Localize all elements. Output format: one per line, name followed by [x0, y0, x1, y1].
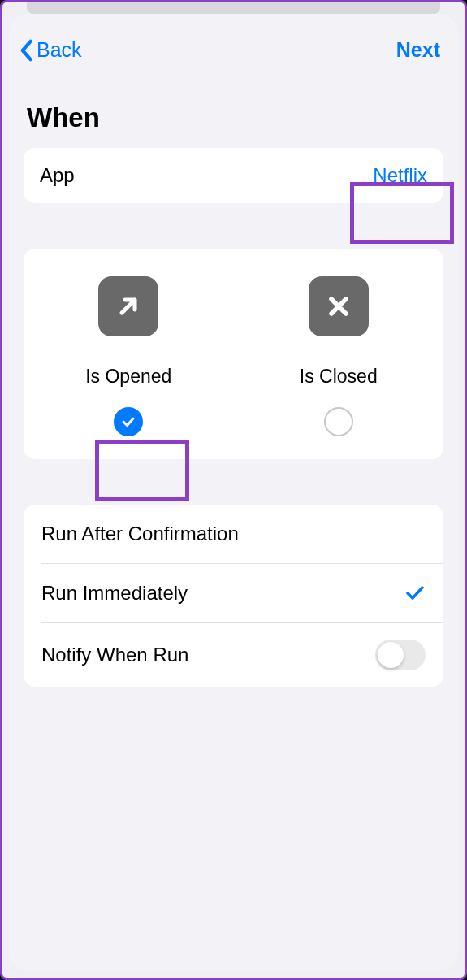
- run-after-confirmation-row[interactable]: Run After Confirmation: [24, 505, 443, 563]
- app-row[interactable]: App Netflix: [24, 148, 443, 203]
- close-x-icon: [309, 276, 369, 336]
- chevron-left-icon: [19, 39, 33, 62]
- navigation-bar: Back Next: [9, 14, 458, 78]
- option-closed-label: Is Closed: [300, 366, 378, 388]
- option-is-opened[interactable]: Is Opened: [24, 276, 234, 436]
- option-opened-label: Is Opened: [85, 366, 171, 388]
- checkmark-icon: [404, 583, 426, 604]
- run-immediately-row[interactable]: Run Immediately: [24, 564, 443, 622]
- trigger-options-card: Is Opened Is Closed: [24, 249, 443, 459]
- next-label: Next: [396, 38, 440, 61]
- notify-when-run-row: Notify When Run: [24, 623, 443, 687]
- app-row-value[interactable]: Netflix: [373, 164, 427, 187]
- run-after-confirmation-label: Run After Confirmation: [41, 523, 239, 545]
- radio-is-closed[interactable]: [324, 407, 353, 436]
- checkmark-icon: [120, 414, 136, 430]
- notify-toggle[interactable]: [375, 640, 426, 670]
- page-title: When: [9, 78, 458, 148]
- back-label: Back: [37, 38, 82, 62]
- next-button[interactable]: Next: [396, 38, 440, 62]
- back-button[interactable]: Back: [19, 38, 82, 62]
- toggle-knob: [378, 642, 404, 668]
- arrow-open-icon: [98, 276, 158, 336]
- radio-is-opened[interactable]: [114, 407, 143, 436]
- option-is-closed[interactable]: Is Closed: [234, 276, 444, 436]
- sheet-grabber-hint: [27, 2, 440, 14]
- app-row-label: App: [40, 164, 75, 187]
- notify-when-run-label: Notify When Run: [41, 644, 188, 666]
- run-immediately-label: Run Immediately: [41, 582, 188, 605]
- run-settings-card: Run After Confirmation Run Immediately N…: [24, 505, 443, 687]
